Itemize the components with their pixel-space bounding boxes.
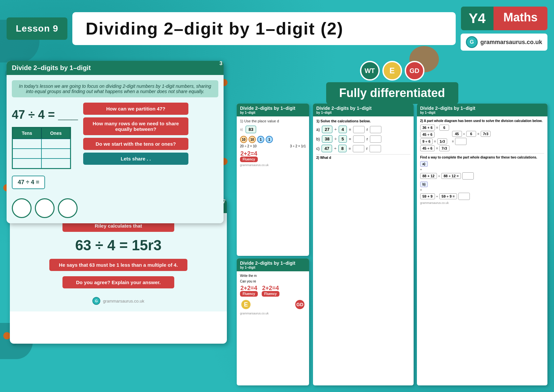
ws-main-right: Divide 2–digits by 1–digit by 1–digit 2)…	[417, 104, 547, 385]
ws-divider	[316, 154, 410, 155]
ws1-fluency: Fluency	[240, 157, 258, 162]
ws1-chips: 10 10 1 1	[240, 136, 306, 143]
ws-q-b-rem[interactable]	[370, 135, 381, 143]
ws2-left-brand: grammarsaurus.co.uk	[240, 312, 306, 315]
page-title: Dividing 2–digit by 1–digit (2)	[85, 19, 443, 38]
diff-banner-area: WT E GD Fully differentiated	[326, 61, 458, 104]
ws-pw-q1-div: ÷	[420, 168, 422, 171]
problem-q2[interactable]: He says that 63 must be 1 less than a mu…	[49, 259, 187, 271]
ws1-title: Divide 2–digits by 1–digit	[240, 106, 306, 111]
year-badge: Y4	[461, 7, 494, 30]
ws-pw-q2-div: ÷	[420, 188, 422, 192]
branding-area: Y4 Maths G grammarsaurus.co.uk	[461, 7, 547, 51]
fully-differentiated-banner: Fully differentiated	[326, 82, 458, 104]
ws-main-1-title: Divide 2–digits by 1–digit	[316, 106, 410, 111]
right-panel: WT E GD Fully differentiated Divide 2–di…	[237, 61, 547, 385]
worksheet-part-whole: Divide 2–digits by 1–digit by 1–digit 2)…	[417, 104, 547, 385]
ws-q-b-eq: =	[349, 137, 351, 141]
ws-col-left: Divide 2–digits by 1–digit by 1–digit 1)…	[237, 104, 309, 385]
ws-q-a-r: r	[367, 127, 368, 132]
wt-badge: WT	[360, 61, 380, 81]
pw-7r3: 7r3	[439, 145, 449, 151]
e-badge: E	[382, 61, 402, 81]
pw-q2-ans[interactable]	[458, 193, 470, 200]
ws1-instruction: 1) Use the place value d	[240, 119, 306, 123]
question-btn-2[interactable]: How many rows do we need to share equall…	[83, 117, 188, 135]
ws-q-c-ans[interactable]	[353, 145, 364, 152]
ws-q-b-label: b)	[316, 137, 320, 141]
pw-9-eq-box: 59 ÷ 9 =	[439, 193, 457, 199]
ones-header: Ones	[41, 128, 70, 139]
lesson-badge: Lesson 9	[7, 17, 67, 40]
ws1-brand: grammarsaurus.co.uk	[240, 163, 306, 167]
ws-pw-q2: b) ÷ 59 + 9 ÷ 59 ÷ 9 =	[420, 182, 544, 200]
chip-tens-1: 10	[240, 136, 247, 143]
ws1-example-row: a) 83	[240, 126, 306, 133]
tens-header: Tens	[12, 128, 41, 139]
ws-q-a: a) 27 ÷ 4 = r	[316, 126, 410, 133]
ws2-left-fluency-logo: 2+2=4 Fluency	[240, 285, 258, 297]
slide-1: 3 Divide 2–digits by 1–digit In today's …	[7, 61, 224, 223]
ws2-left-fluency: 2+2=4 Fluency 2+2=4 Fluency	[240, 285, 306, 297]
ws-main-1-header: Divide 2–digits by 1–digit by 1–digit	[313, 104, 414, 116]
ws2-left-subtitle: by 1–digit	[240, 266, 306, 269]
pw-12-box: 88 ÷ 12 =	[441, 173, 461, 179]
pw-eq2: =	[434, 140, 436, 143]
ws-pw-row2: 45 ÷ 6	[420, 132, 449, 137]
pw-eq3: =	[436, 147, 438, 150]
ws-pw-brand: grammarsaurus.co.uk	[420, 201, 544, 205]
ws-q-c-rem[interactable]	[370, 145, 381, 152]
ws-pw-examples: 36 + 6 = 6 45 ÷ 6 9 ÷ 6	[420, 125, 544, 151]
pw-ans-box[interactable]	[455, 138, 467, 145]
ws-main-1-body: 1) Solve the calculations below. a) 27 ÷…	[313, 116, 414, 162]
ws-q-b-r: r	[367, 137, 368, 141]
ws2-left-header: Divide 2–digits by 1–digit by 1–digit	[237, 258, 309, 271]
bubble-row	[12, 198, 78, 218]
ws-q-b: b) 38 ÷ 5 = r	[316, 135, 410, 143]
ws2-left-2224: 2+2=4	[240, 285, 257, 291]
ws-q-a-label: a)	[316, 127, 320, 132]
ws1-header: Divide 2–digits by 1–digit by 1–digit	[237, 104, 309, 116]
cell-3	[12, 149, 41, 159]
ws-pw-q1-eq: 88 + 12 ÷ 88 ÷ 12 =	[420, 172, 544, 180]
ws1-fluency-logo: 2+2=4 Fluency	[240, 151, 258, 162]
ws-pw-q2-label: b)	[420, 182, 428, 187]
ws-sect2-instr: 2) What d	[316, 156, 410, 159]
slide-1-intro: In today's lesson we are going to focus …	[12, 80, 218, 97]
ws-pw-body: 2) A part whole diagram has been used to…	[417, 116, 547, 207]
pw-9: 9 ÷ 6	[420, 138, 433, 144]
ws-main-left: Divide 2–digits by 1–digit by 1–digit 1)…	[313, 104, 414, 385]
ws-pw-title: Divide 2–digits by 1–digit	[420, 106, 544, 111]
ws1-eq2: 3 ÷ 2 = 1r1	[290, 144, 306, 148]
brand-url: grammarsaurus.co.uk	[480, 39, 542, 46]
ws-q-a-ans[interactable]	[353, 126, 365, 133]
ws1-fluency-block: 2+2=4 Fluency	[240, 151, 306, 162]
wt-e-gd-row: WT E GD	[360, 61, 424, 81]
ws-q-a-rem[interactable]	[370, 126, 381, 133]
slide-1-header: Divide 2–digits by 1–digit	[7, 61, 224, 75]
ws-q-b-ans[interactable]	[353, 135, 365, 143]
ws1-subtitle: by 1–digit	[240, 111, 306, 114]
ws-pw-eq-row: 45 ÷ 6 = 7r3	[452, 131, 491, 137]
ws-q-a-num: 27	[322, 126, 332, 133]
pw-q1-ans[interactable]	[462, 172, 474, 180]
pw-q2-eq-sym: ÷	[436, 195, 438, 198]
ws-q-a-divby: 4	[339, 126, 347, 133]
tens-ones-table: Tens Ones	[12, 127, 71, 169]
ws-q-c-num: 47	[322, 145, 332, 152]
question-btn-1[interactable]: How can we partition 47?	[83, 103, 188, 115]
header: Lesson 9 Dividing 2–digit by 1–digit (2)…	[7, 7, 547, 51]
pw-45-box: 45	[452, 131, 462, 137]
problem-q3[interactable]: Do you agree? Explain your answer.	[62, 276, 174, 288]
chip-ones-2: 1	[266, 136, 273, 143]
pw-6-box: 6	[466, 131, 476, 137]
pw-1r3: 1r3	[437, 138, 447, 144]
cell-2	[41, 139, 70, 149]
question-btn-4[interactable]: Lets share . .	[83, 153, 188, 165]
ws1-ex-label: a)	[240, 128, 243, 131]
problem-equation: 63 ÷ 4 = 15r3	[75, 237, 162, 254]
ws1-body: 1) Use the place value d a) 83 10 10 1 1	[237, 116, 309, 169]
ws-q-a-div: ÷	[334, 127, 337, 132]
question-btn-3[interactable]: Do we start with the tens or ones?	[83, 138, 188, 150]
ws-q-c-r: r	[366, 146, 368, 151]
